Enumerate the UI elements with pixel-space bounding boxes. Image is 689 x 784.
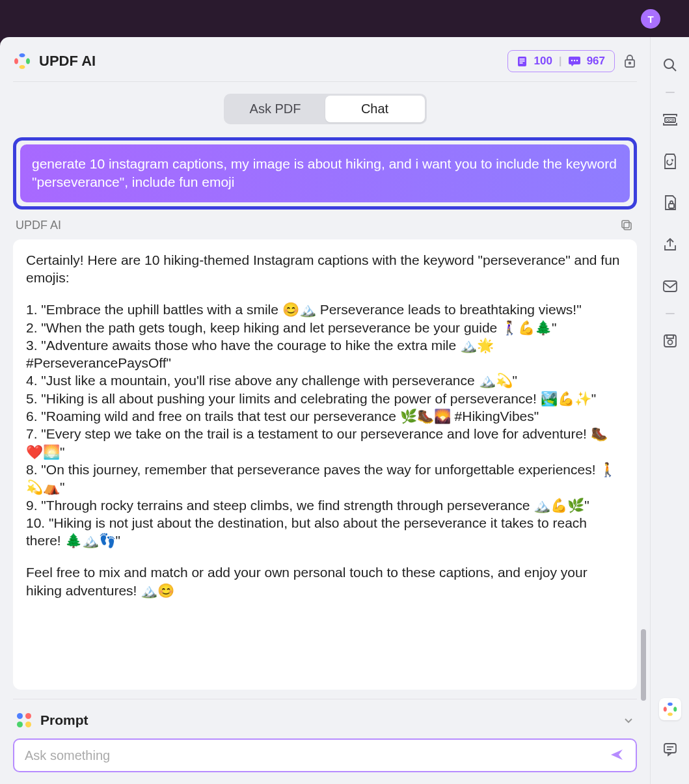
svg-point-8 — [576, 59, 577, 61]
response-captions: 1. "Embrace the uphill battles with a sm… — [26, 301, 624, 549]
search-icon[interactable] — [662, 57, 679, 74]
svg-point-6 — [571, 59, 572, 61]
user-message-bubble: generate 10 instagram captions, my image… — [20, 144, 630, 202]
svg-point-20 — [668, 340, 672, 345]
bottom-area: Prompt — [13, 699, 637, 772]
response-header: UPDF AI — [13, 219, 637, 239]
svg-rect-3 — [520, 62, 523, 64]
ocr-icon[interactable]: OCR — [662, 111, 679, 128]
svg-rect-18 — [664, 281, 677, 291]
response-card: Certainly! Here are 10 hiking-themed Ins… — [13, 239, 637, 690]
app-window: UPDF AI 100 | 967 Ask PDF Chat generate … — [0, 37, 689, 784]
usage-pages: 100 — [534, 55, 552, 68]
chevron-down-icon — [624, 714, 633, 726]
prompt-label: Prompt — [40, 712, 615, 728]
svg-rect-17 — [669, 204, 674, 208]
sidebar-divider — [666, 92, 675, 93]
response-sender-label: UPDF AI — [16, 219, 61, 232]
caption-line: 7. "Every step we take on the trail is a… — [26, 426, 608, 459]
main-panel: UPDF AI 100 | 967 Ask PDF Chat generate … — [0, 37, 650, 784]
svg-line-14 — [672, 67, 676, 71]
chat-input[interactable] — [25, 748, 602, 763]
chat-count-icon — [569, 57, 580, 66]
send-button[interactable] — [610, 748, 625, 763]
svg-rect-1 — [520, 59, 525, 60]
file-lock-icon[interactable] — [662, 195, 679, 211]
caption-line: 10. "Hiking is not just about the destin… — [26, 515, 587, 548]
page-icon — [517, 56, 527, 67]
caption-line: 1. "Embrace the uphill battles with a sm… — [26, 302, 582, 317]
caption-line: 2. "When the path gets tough, keep hikin… — [26, 320, 557, 335]
caption-line: 8. "On this journey, remember that perse… — [26, 462, 616, 494]
brand-logo-icon — [13, 52, 31, 70]
svg-text:OCR: OCR — [666, 118, 673, 122]
svg-rect-12 — [622, 221, 629, 228]
svg-point-10 — [629, 62, 631, 64]
svg-point-7 — [573, 59, 574, 61]
response-outro: Feel free to mix and match or add your o… — [26, 563, 624, 599]
convert-icon[interactable] — [662, 153, 679, 170]
avatar-initial: T — [647, 14, 653, 25]
caption-line: 9. "Through rocky terrains and steep cli… — [26, 498, 589, 513]
usage-divider: | — [559, 55, 562, 68]
chat-input-row — [13, 738, 637, 772]
svg-point-13 — [664, 59, 673, 68]
svg-rect-22 — [664, 744, 676, 753]
user-avatar[interactable]: T — [641, 9, 660, 29]
caption-line: 5. "Hiking is all about pushing your lim… — [26, 391, 596, 406]
scrollbar-thumb[interactable] — [641, 629, 646, 701]
app-title: UPDF AI — [39, 53, 500, 70]
mail-icon[interactable] — [662, 278, 679, 295]
share-icon[interactable] — [662, 236, 679, 253]
copy-icon[interactable] — [620, 219, 634, 233]
save-icon[interactable] — [662, 332, 679, 349]
header: UPDF AI 100 | 967 — [13, 49, 637, 82]
user-message-highlight: generate 10 instagram captions, my image… — [13, 137, 637, 210]
right-sidebar: OCR — [650, 37, 689, 784]
prompt-dropdown[interactable]: Prompt — [13, 709, 637, 738]
prompt-icon — [17, 713, 31, 727]
caption-line: 3. "Adventure awaits those who have the … — [26, 338, 494, 370]
feedback-icon[interactable] — [662, 741, 679, 758]
brand-mini-icon[interactable] — [659, 698, 681, 720]
caption-line: 6. "Roaming wild and free on trails that… — [26, 409, 539, 424]
svg-rect-2 — [520, 61, 525, 62]
tab-chat[interactable]: Chat — [325, 96, 425, 122]
svg-rect-11 — [624, 223, 631, 230]
usage-tokens: 967 — [587, 55, 605, 68]
tab-switcher: Ask PDF Chat — [224, 94, 427, 124]
caption-line: 4. "Just like a mountain, you'll rise ab… — [26, 373, 517, 388]
response-intro: Certainly! Here are 10 hiking-themed Ins… — [26, 251, 624, 287]
svg-marker-5 — [571, 64, 574, 66]
svg-rect-21 — [667, 335, 673, 338]
tab-ask-pdf[interactable]: Ask PDF — [226, 96, 325, 122]
lock-icon[interactable] — [623, 54, 637, 68]
usage-chip[interactable]: 100 | 967 — [507, 50, 615, 72]
sidebar-divider — [666, 313, 675, 314]
